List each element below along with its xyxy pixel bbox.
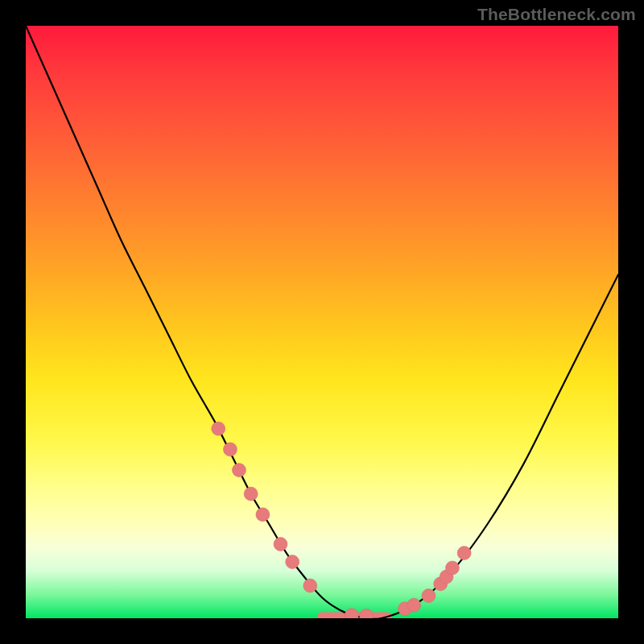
marker-dot — [256, 508, 270, 522]
chart-frame: TheBottleneck.com — [0, 0, 644, 644]
plot-area — [26, 26, 618, 618]
marker-dot — [360, 609, 374, 618]
marker-dot — [422, 589, 436, 603]
marker-dot — [232, 464, 246, 477]
marker-dot — [457, 547, 471, 560]
marker-dot — [345, 609, 358, 618]
marker-dots-group — [212, 422, 471, 618]
marker-dot — [223, 443, 237, 456]
marker-dot — [244, 487, 258, 501]
marker-dot — [407, 598, 421, 612]
watermark-text: TheBottleneck.com — [477, 5, 636, 24]
marker-dot — [303, 579, 317, 592]
marker-dot — [445, 561, 459, 575]
bottleneck-chart — [26, 26, 618, 618]
marker-dot — [212, 422, 225, 436]
marker-dot — [274, 538, 287, 551]
bottleneck-curve-line — [26, 26, 618, 618]
marker-dot — [286, 555, 299, 569]
